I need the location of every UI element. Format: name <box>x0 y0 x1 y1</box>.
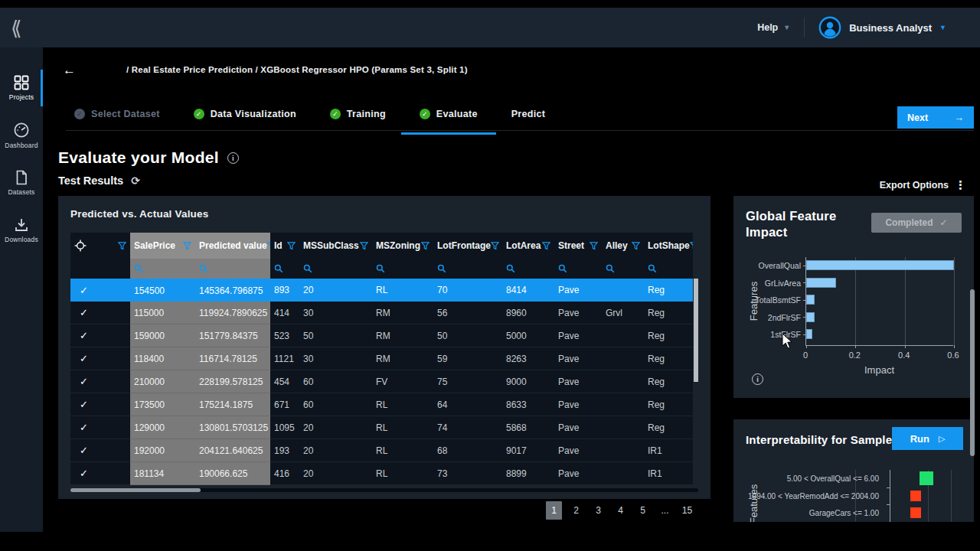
user-menu[interactable]: Business Analyst ▼ <box>818 16 969 39</box>
filter-funnel-icon[interactable] <box>421 242 430 250</box>
export-options[interactable]: Export Options ⋮ <box>880 179 966 191</box>
sidebar-item-downloads[interactable]: Downloads <box>0 207 43 254</box>
table-row[interactable]: ✓ 181134190066.62541620RL738899PaveIR1 <box>70 462 693 485</box>
info-icon[interactable]: i <box>752 373 763 385</box>
scrollbar-thumb[interactable] <box>970 289 975 456</box>
row-check-icon[interactable]: ✓ <box>80 468 88 479</box>
tab-predict[interactable]: Predict <box>511 109 545 133</box>
row-check-icon[interactable]: ✓ <box>80 445 88 456</box>
search-icon[interactable] <box>558 264 567 273</box>
sidebar-item-projects[interactable]: Projects <box>0 64 43 112</box>
pagination-page-...[interactable]: ... <box>657 501 673 520</box>
interp-row-label: 5.00 < OverallQual <= 6.00 <box>746 474 879 483</box>
search-icon[interactable] <box>199 264 208 273</box>
target-icon[interactable] <box>74 240 87 252</box>
column-header-LotFrontage[interactable]: LotFrontage <box>433 233 502 259</box>
filter-input-LotShape[interactable] <box>644 259 693 279</box>
search-icon[interactable] <box>376 264 385 273</box>
filter-input-MSSubClass[interactable] <box>299 259 372 279</box>
filter-input-SalePrice[interactable] <box>130 259 195 279</box>
filter-input-Street[interactable] <box>554 259 602 279</box>
filter-funnel-icon[interactable] <box>542 242 550 250</box>
filter-input-Alley[interactable] <box>602 259 644 279</box>
filter-funnel-icon[interactable] <box>183 242 191 250</box>
scrollbar-thumb[interactable] <box>694 279 698 382</box>
column-header-Street[interactable]: Street <box>554 233 602 259</box>
panel-title: Global Feature Impact <box>746 208 876 240</box>
filter-input-Id[interactable] <box>270 259 299 279</box>
column-header-Alley[interactable]: Alley <box>602 233 644 259</box>
filter-funnel-icon[interactable] <box>360 242 368 250</box>
pagination-page-15[interactable]: 15 <box>679 501 695 520</box>
horizontal-scrollbar[interactable] <box>70 488 698 492</box>
search-icon[interactable] <box>437 264 446 273</box>
pagination-page-2[interactable]: 2 <box>568 501 584 520</box>
column-header-MSSubClass[interactable]: MSSubClass <box>299 233 372 259</box>
breadcrumb[interactable]: / Real Estate Price Prediction / XGBoost… <box>126 65 468 74</box>
sidebar-item-datasets[interactable]: Datasets <box>0 159 43 207</box>
pagination-page-5[interactable]: 5 <box>635 501 651 520</box>
row-check-icon[interactable]: ✓ <box>80 376 88 387</box>
select-all-header[interactable] <box>70 233 130 259</box>
filter-input-Predicted value[interactable] <box>195 259 270 279</box>
table-row[interactable]: ✓ 154500145364.79687589320RL708414PaveRe… <box>70 279 693 302</box>
column-header-LotArea[interactable]: LotArea <box>502 233 554 259</box>
search-icon[interactable] <box>648 264 657 273</box>
tab-training[interactable]: ✓ Training <box>330 109 386 133</box>
table-row[interactable]: ✓ 210000228199.57812545460FV759000PaveRe… <box>70 370 693 393</box>
kebab-menu-icon[interactable]: ⋮ <box>955 179 966 191</box>
row-check-icon[interactable]: ✓ <box>80 399 88 410</box>
back-button[interactable]: ← <box>63 63 76 78</box>
table-cell: 73 <box>433 462 502 484</box>
row-check-icon[interactable]: ✓ <box>80 422 88 433</box>
row-check-icon[interactable]: ✓ <box>80 330 88 341</box>
table-row[interactable]: ✓ 192000204121.64062519320RL689017PaveIR… <box>70 439 693 462</box>
tab-evaluate[interactable]: ✓ Evaluate <box>420 109 478 133</box>
table-row[interactable]: ✓ 129000130801.5703125109520RL745868Pave… <box>70 416 693 439</box>
scrollbar-thumb[interactable] <box>70 488 201 492</box>
pagination-page-3[interactable]: 3 <box>590 501 606 520</box>
search-icon[interactable] <box>274 264 283 273</box>
table-row[interactable]: ✓ 159000151779.8437552350RM505000PaveReg <box>70 324 693 347</box>
column-header-LotShape[interactable]: LotShape <box>644 233 693 259</box>
tab-data-visualization[interactable]: ✓ Data Visualization <box>194 109 296 133</box>
column-header-Predicted value[interactable]: Predicted value <box>195 233 270 259</box>
table-row[interactable]: ✓ 173500175214.187567160RL648633PaveReg <box>70 393 693 416</box>
help-menu[interactable]: Help ▼ <box>757 22 790 33</box>
search-icon[interactable] <box>134 264 143 273</box>
filter-funnel-icon[interactable] <box>632 242 640 250</box>
table-cell <box>602 462 644 484</box>
row-check-icon[interactable]: ✓ <box>80 285 88 296</box>
sidebar-item-label: Datasets <box>8 188 34 196</box>
page-scrollbar[interactable] <box>970 289 975 456</box>
filter-funnel-icon[interactable] <box>590 242 598 250</box>
search-icon[interactable] <box>606 264 615 273</box>
next-button[interactable]: Next → <box>897 106 974 129</box>
filter-input-MSZoning[interactable] <box>372 259 433 279</box>
search-icon[interactable] <box>506 264 515 273</box>
filter-funnel-icon[interactable] <box>118 242 126 250</box>
refresh-icon[interactable]: ⟳ <box>131 174 140 187</box>
filter-funnel-icon[interactable] <box>690 242 693 250</box>
column-header-MSZoning[interactable]: MSZoning <box>372 233 433 259</box>
column-header-Id[interactable]: Id <box>270 233 299 259</box>
filter-input-LotFrontage[interactable] <box>433 259 502 279</box>
filter-input-LotArea[interactable] <box>502 259 554 279</box>
filter-funnel-icon[interactable] <box>491 242 499 250</box>
table-row[interactable]: ✓ 115000119924.789062541430RM568960PaveG… <box>70 302 693 324</box>
vertical-scrollbar[interactable] <box>694 274 698 485</box>
filter-funnel-icon[interactable] <box>287 242 296 250</box>
pagination-page-4[interactable]: 4 <box>612 501 629 520</box>
info-icon[interactable]: i <box>227 152 239 164</box>
pagination-page-1[interactable]: 1 <box>546 501 562 520</box>
table-row[interactable]: ✓ 118400116714.78125112130RM598263PaveRe… <box>70 347 693 370</box>
sidebar-item-dashboard[interactable]: Dashboard <box>0 112 43 159</box>
tab-select-dataset[interactable]: ✓ Select Dataset <box>74 109 160 133</box>
row-check-icon[interactable]: ✓ <box>80 353 88 364</box>
row-check-icon[interactable]: ✓ <box>80 307 88 318</box>
column-header-SalePrice[interactable]: SalePrice <box>130 233 195 259</box>
table-cell: 190066.625 <box>195 462 270 485</box>
table-cell: 56 <box>433 302 502 324</box>
run-button[interactable]: Run ▷ <box>892 427 963 450</box>
search-icon[interactable] <box>303 264 312 273</box>
